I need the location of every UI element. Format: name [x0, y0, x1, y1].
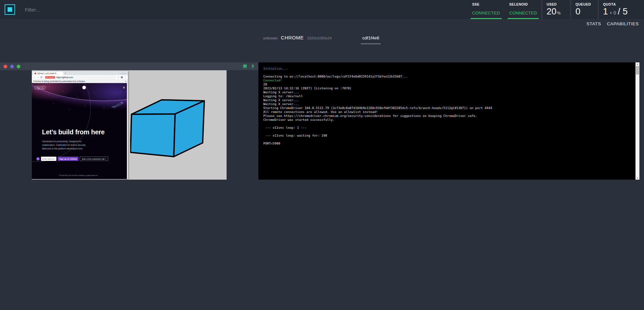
- vnc-panel: GitHub: Let's build fr... + –□× ← → ⟳ No…: [0, 62, 258, 180]
- github-favicon-icon: [34, 73, 36, 74]
- log-line: --- x11vnc loop: 1 ---: [263, 126, 628, 130]
- stat-selenoid: SELENOID CONNECTED: [505, 0, 542, 19]
- vnc-actions: [243, 62, 255, 70]
- scroll-down-icon[interactable]: ▼: [635, 176, 639, 180]
- minimize-icon[interactable]: –: [120, 72, 122, 75]
- enterprise-trial-button[interactable]: Start a free enterprise trial >: [80, 157, 108, 161]
- vnc-screen[interactable]: GitHub: Let's build fr... + –□× ← → ⟳ No…: [0, 70, 258, 180]
- address-url: https://github.com: [56, 76, 73, 78]
- hero-heading: Let’s build from here: [42, 128, 105, 136]
- github-logo-icon[interactable]: [82, 86, 86, 89]
- tab-stats[interactable]: STATS: [587, 21, 601, 26]
- stat-used-unit: %: [557, 11, 561, 15]
- github-page: Sign up ≡ Let’s build from here Harnesse…: [32, 83, 128, 179]
- hero-cta-row: Email address Sign up for GitHub Start a…: [36, 157, 108, 161]
- filter-input[interactable]: [25, 5, 163, 14]
- remote-page-scrollbar[interactable]: [127, 83, 128, 179]
- hamburger-icon[interactable]: ≡: [123, 86, 125, 89]
- log-line: Connected!: [263, 78, 628, 82]
- automation-notice-text: Chrome is being controlled by automated …: [33, 80, 86, 82]
- scroll-up-icon[interactable]: ▲: [635, 62, 639, 66]
- log-scrollbar-thumb[interactable]: [636, 66, 639, 75]
- log-scrollbar[interactable]: ▲ ▼: [635, 62, 639, 180]
- stat-sse-value: CONNECTED: [472, 11, 500, 15]
- download-icon[interactable]: [251, 64, 255, 69]
- log-line: 2023/02/13 14:32:16 [INIT] [Listening on…: [263, 86, 628, 90]
- log-line: Waiting X server...: [263, 98, 628, 102]
- forward-icon[interactable]: →: [37, 76, 39, 79]
- session-id-link[interactable]: cdf1f4e6: [361, 35, 381, 44]
- stat-queued: QUEUED 0: [571, 0, 598, 19]
- remote-desktop[interactable]: GitHub: Let's build fr... + –□× ← → ⟳ No…: [32, 70, 227, 180]
- reload-icon[interactable]: ⟳: [40, 76, 43, 79]
- stat-quota-current: 1: [603, 7, 608, 16]
- log-line: Initialize...: [263, 67, 628, 71]
- maximize-icon[interactable]: □: [122, 72, 124, 75]
- log-line: Waiting X server...: [263, 102, 628, 106]
- session-detail: GitHub: Let's build fr... + –□× ← → ⟳ No…: [0, 62, 639, 180]
- stat-used-label: USED: [547, 2, 566, 6]
- automation-infobar: Chrome is being controlled by automated …: [32, 80, 128, 83]
- github-signup-button[interactable]: Sign up for GitHub: [58, 157, 78, 161]
- top-header: SSE CONNECTED SELENOID CONNECTED USED 20…: [0, 0, 644, 19]
- close-icon[interactable]: ×: [124, 72, 127, 75]
- remote-tab-title: GitHub: Let's build fr...: [37, 72, 58, 75]
- log-line: --- x11vnc loop: waiting for: 198: [263, 134, 628, 138]
- view-tabs: STATS CAPABILITIES: [587, 21, 639, 26]
- stat-sse-label: SSE: [472, 2, 500, 6]
- blue-cube-graphic: [130, 94, 205, 159]
- log-line: Logging to: /dev/null: [263, 94, 628, 98]
- stat-used-value: 20: [547, 7, 556, 16]
- new-tab-icon[interactable]: +: [65, 72, 66, 75]
- session-browser-name: CHROME: [281, 35, 304, 40]
- stat-selenoid-value: CONNECTED: [509, 11, 537, 15]
- fullscreen-toggle-button[interactable]: [10, 65, 14, 68]
- stat-queued-label: QUEUED: [575, 2, 594, 6]
- status-bar: SSE CONNECTED SELENOID CONNECTED USED 20…: [468, 0, 644, 19]
- remote-browser-toolbar: ← → ⟳ Not secure https://github.com ☆ ⋮: [32, 75, 128, 80]
- stat-quota-label: QUOTA: [603, 2, 637, 6]
- remote-window-controls: –□×: [120, 72, 128, 75]
- spaceship-illustration: [110, 100, 124, 109]
- session-resolution: 1920x1080x24: [307, 36, 332, 40]
- address-bar[interactable]: Not secure https://github.com: [44, 76, 116, 79]
- stat-used: USED 20 %: [542, 0, 571, 19]
- hero-footer-note: Trusted by the world’s leading organizat…: [32, 174, 126, 176]
- back-icon[interactable]: ←: [33, 76, 36, 79]
- github-nav-signup-button[interactable]: Sign up: [35, 86, 45, 89]
- profile-avatar[interactable]: [121, 76, 123, 78]
- infobar-close-icon[interactable]: ×: [125, 80, 126, 82]
- selenoid-logo[interactable]: [5, 4, 15, 15]
- session-entry[interactable]: unknown CHROME 1920x1080x24 cdf1f4e6: [0, 35, 644, 44]
- log-line: 20: [263, 82, 628, 86]
- security-badge: Not secure: [45, 76, 55, 78]
- remote-browser-window: GitHub: Let's build fr... + –□× ← → ⟳ No…: [32, 71, 128, 179]
- stat-quota-pending: + 0: [610, 10, 616, 15]
- log-line: [263, 138, 628, 142]
- selenoid-logo-icon: [8, 7, 12, 12]
- log-line: [263, 122, 628, 126]
- log-line: [263, 130, 628, 134]
- session-log-panel: Initialize...Connecting to ws://localhos…: [258, 62, 639, 180]
- log-line: PORT=5900: [263, 142, 628, 145]
- github-nav: Sign up ≡: [32, 83, 128, 89]
- remote-browser-tab[interactable]: GitHub: Let's build fr...: [33, 72, 63, 75]
- screenshot-icon[interactable]: [243, 64, 247, 69]
- expand-button[interactable]: [17, 65, 20, 68]
- email-field[interactable]: Email address: [41, 157, 56, 161]
- stat-selenoid-label: SELENOID: [509, 2, 537, 6]
- tab-capabilities[interactable]: CAPABILITIES: [607, 21, 639, 26]
- code-icon[interactable]: [36, 157, 40, 161]
- hero-subtext: Harnessed for productivity. Designed for…: [42, 140, 92, 151]
- close-session-button[interactable]: [4, 65, 7, 68]
- stat-quota: QUOTA 1 + 0 / 5: [598, 0, 644, 19]
- vnc-toolbar: [0, 62, 258, 70]
- bookmark-star-icon[interactable]: ☆: [117, 76, 120, 79]
- stat-sse: SSE CONNECTED: [468, 0, 505, 19]
- remote-tabstrip: GitHub: Let's build fr... + –□×: [32, 71, 128, 75]
- log-line: [263, 71, 628, 75]
- browser-menu-icon[interactable]: ⋮: [124, 76, 127, 79]
- log-line: Connecting to ws://localhost:8080/ws/log…: [263, 75, 628, 78]
- stat-queued-value: 0: [575, 7, 580, 16]
- log-line: ChromeDriver was started successfully.: [263, 118, 628, 122]
